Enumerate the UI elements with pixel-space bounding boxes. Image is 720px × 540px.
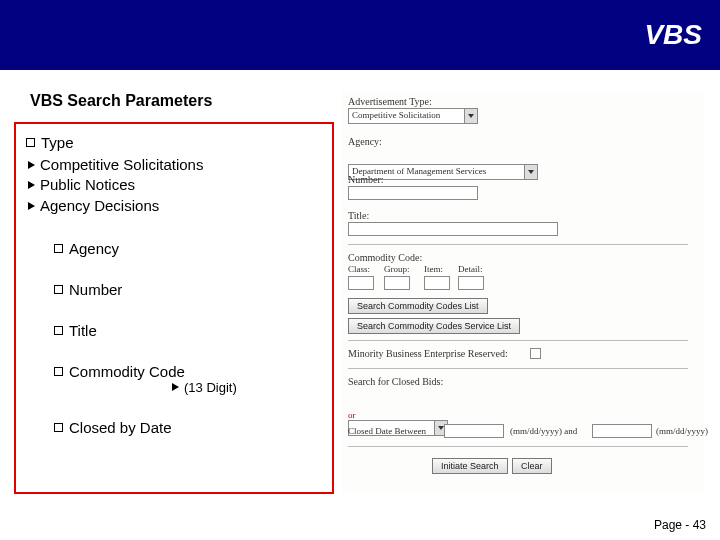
date-hint-2: (mm/dd/yyyy) [656,426,708,436]
date-hint-1: (mm/dd/yyyy) and [510,426,577,436]
square-bullet-icon [54,326,63,335]
number-heading: Number [69,281,122,298]
square-bullet-icon [54,367,63,376]
cc-detail-input[interactable] [458,276,484,290]
number-input[interactable] [348,186,478,200]
triangle-bullet-icon [28,181,35,189]
page-title: VBS Search Parameters [30,92,212,110]
or-label: or [348,410,356,420]
date-to-input[interactable] [592,424,652,438]
parameters-callout: Type Competitive Solicitations Public No… [14,122,334,494]
cc-class-label: Class: [348,264,370,274]
commodity-heading: Commodity Code [69,363,185,380]
cc-item-label: Item: [424,264,443,274]
mbe-checkbox[interactable] [530,348,541,359]
triangle-bullet-icon [28,202,35,210]
title-heading: Title [69,322,97,339]
square-bullet-icon [54,285,63,294]
commodity-sub: (13 Digit) [184,380,237,395]
divider [348,244,688,245]
search-cc-button[interactable]: Search Commodity Codes List [348,298,488,314]
mbe-label: Minority Business Enterprise Reserved: [348,348,508,359]
commodity-code-label: Commodity Code: [348,252,422,263]
clear-button[interactable]: Clear [512,458,552,474]
square-bullet-icon [54,244,63,253]
search-cc-service-button[interactable]: Search Commodity Codes Service List [348,318,520,334]
adv-type-select[interactable]: Competitive Solicitation [348,108,478,124]
adv-type-label: Advertisement Type: [348,96,432,107]
divider [348,368,688,369]
closed-date-between-label: Closed Date Between [348,426,426,436]
app-title: VBS [644,19,702,51]
cc-detail-label: Detail: [458,264,483,274]
cc-group-label: Group: [384,264,410,274]
square-bullet-icon [26,138,35,147]
type-item: Public Notices [40,176,135,193]
cc-group-input[interactable] [384,276,410,290]
triangle-bullet-icon [172,383,179,391]
title-label: Title: [348,210,369,221]
agency-heading: Agency [69,240,119,257]
date-from-input[interactable] [444,424,504,438]
agency-label: Agency: [348,136,382,147]
closed-heading: Closed by Date [69,419,172,436]
type-item: Competitive Solicitations [40,156,203,173]
page-number: Page - 43 [654,518,706,532]
number-label: Number: [348,174,384,185]
type-item: Agency Decisions [40,197,159,214]
cc-class-input[interactable] [348,276,374,290]
form-screenshot: Advertisement Type: Competitive Solicita… [342,90,704,494]
initiate-search-button[interactable]: Initiate Search [432,458,508,474]
type-heading: Type [41,134,74,151]
closed-label: Search for Closed Bids: [348,376,443,387]
title-bar: VBS [0,0,720,70]
divider [348,446,688,447]
divider [348,340,688,341]
cc-item-input[interactable] [424,276,450,290]
square-bullet-icon [54,423,63,432]
title-input[interactable] [348,222,558,236]
triangle-bullet-icon [28,161,35,169]
